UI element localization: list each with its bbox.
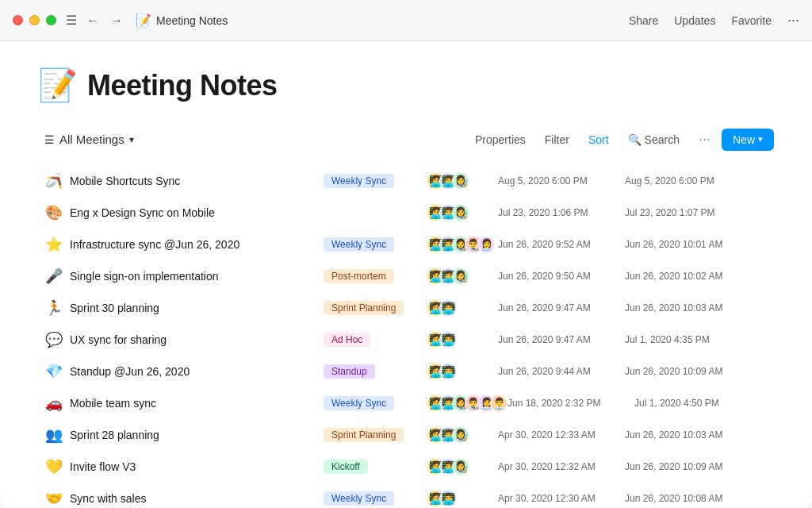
- tag-badge[interactable]: Weekly Sync: [324, 237, 394, 252]
- meeting-tag-container: Weekly Sync: [324, 396, 427, 410]
- meeting-date-created: Apr 30, 2020 12:32 AM: [498, 461, 625, 472]
- meeting-tag-container: Ad Hoc: [324, 333, 427, 347]
- view-selector-button[interactable]: ☰ All Meetings ▾: [38, 128, 140, 151]
- meeting-row[interactable]: 🎨Eng x Design Sync on Mobile👩‍💻👨‍💻👩‍🎨Jul…: [38, 197, 774, 229]
- meeting-list: 🪃Mobile Shortcuts SyncWeekly Sync👩‍💻👨‍💻👩…: [38, 165, 774, 508]
- tag-badge[interactable]: Sprint Planning: [324, 301, 404, 315]
- share-button[interactable]: Share: [629, 14, 658, 27]
- meeting-row[interactable]: 💬UX sync for sharingAd Hoc👩‍💻👨‍💻Jun 26, …: [38, 324, 774, 356]
- filter-button[interactable]: Filter: [537, 129, 577, 151]
- meeting-name: Sprint 28 planning: [70, 429, 324, 441]
- meeting-name: Mobile Shortcuts Sync: [70, 175, 324, 187]
- titlebar: ☰ ← → 📝 Meeting Notes Share Updates Favo…: [0, 0, 812, 41]
- meeting-date-updated: Jun 26, 2020 10:09 AM: [625, 461, 752, 472]
- avatar-stack: 👩‍💻👨‍💻👩‍🎨👨‍🎨👩‍💼👨‍💼: [427, 394, 508, 412]
- more-actions-button[interactable]: ···: [787, 12, 799, 29]
- new-button[interactable]: New ▾: [722, 129, 774, 151]
- nav-buttons: ← →: [83, 12, 126, 29]
- avatar: 👨‍💻: [439, 331, 457, 348]
- meeting-date-created: Jul 23, 2020 1:06 PM: [498, 207, 625, 218]
- tag-badge[interactable]: Standup: [324, 364, 375, 379]
- meeting-row[interactable]: 🪃Mobile Shortcuts SyncWeekly Sync👩‍💻👨‍💻👩…: [38, 165, 774, 197]
- favorite-button[interactable]: Favorite: [731, 14, 772, 27]
- maximize-button[interactable]: [46, 15, 56, 25]
- page-header: 📝 Meeting Notes: [38, 67, 774, 104]
- traffic-lights: [13, 15, 56, 25]
- properties-button[interactable]: Properties: [467, 129, 534, 151]
- back-button[interactable]: ←: [83, 12, 102, 29]
- app-window: ☰ ← → 📝 Meeting Notes Share Updates Favo…: [0, 0, 812, 508]
- forward-button[interactable]: →: [107, 12, 126, 29]
- meeting-tag-container: Standup: [324, 364, 427, 379]
- tag-badge[interactable]: Sprint Planning: [324, 428, 404, 442]
- meeting-date-created: Jun 18, 2020 2:32 PM: [508, 398, 634, 409]
- meeting-row[interactable]: 🚗Mobile team syncWeekly Sync👩‍💻👨‍💻👩‍🎨👨‍🎨…: [38, 387, 774, 419]
- meeting-date-created: Apr 30, 2020 12:33 AM: [498, 429, 625, 441]
- meeting-tag-container: Sprint Planning: [324, 428, 427, 442]
- meeting-name: Single sign-on implementation: [70, 270, 324, 283]
- updates-button[interactable]: Updates: [674, 14, 715, 27]
- meeting-date-updated: Jun 26, 2020 10:03 AM: [625, 429, 752, 441]
- meeting-date-created: Aug 5, 2020 6:00 PM: [498, 175, 625, 187]
- avatar-stack: 👩‍💻👨‍💻: [427, 299, 498, 317]
- meeting-emoji: 🎤: [43, 267, 65, 285]
- meeting-name: Sprint 30 planning: [70, 302, 324, 314]
- meeting-emoji: 💬: [43, 331, 65, 348]
- avatar-stack: 👩‍💻👨‍💻: [427, 331, 498, 348]
- avatar-stack: 👩‍💻👨‍💻👩‍🎨: [427, 458, 498, 475]
- meeting-row[interactable]: 💛Invite flow V3Kickoff👩‍💻👨‍💻👩‍🎨Apr 30, 2…: [38, 451, 774, 483]
- meeting-emoji: 🤝: [43, 490, 65, 507]
- titlebar-actions: Share Updates Favorite ···: [629, 12, 799, 29]
- page-header-emoji: 📝: [38, 67, 78, 104]
- avatar-stack: 👩‍💻👨‍💻👩‍🎨: [427, 426, 498, 444]
- avatar: 👨‍💼: [490, 394, 508, 412]
- content-area: 📝 Meeting Notes ☰ All Meetings ▾ Propert…: [0, 41, 812, 508]
- new-label: New: [733, 133, 755, 146]
- meeting-tag-container: Weekly Sync: [324, 174, 427, 188]
- window-title-emoji: 📝: [136, 13, 151, 28]
- search-icon: 🔍: [628, 133, 642, 146]
- meeting-date-updated: Jun 26, 2020 10:01 AM: [625, 239, 752, 250]
- tag-badge[interactable]: Weekly Sync: [324, 174, 394, 188]
- meeting-emoji: 🎨: [43, 204, 65, 221]
- avatar: 👩‍🎨: [452, 458, 469, 475]
- meeting-date-updated: Jul 1, 2020 4:50 PM: [634, 398, 761, 409]
- meeting-row[interactable]: 🎤Single sign-on implementationPost-morte…: [38, 260, 774, 292]
- meeting-emoji: 🪃: [43, 172, 65, 190]
- avatar: 👩‍🎨: [452, 204, 469, 221]
- meeting-emoji: 💎: [43, 363, 65, 380]
- avatar: 👩‍💼: [477, 236, 495, 253]
- meeting-row[interactable]: 💎Standup @Jun 26, 2020Standup👩‍💻👨‍💻Jun 2…: [38, 356, 774, 387]
- hamburger-icon: ☰: [66, 13, 77, 28]
- view-chevron-icon: ▾: [129, 134, 134, 145]
- tag-badge[interactable]: Weekly Sync: [324, 396, 394, 410]
- more-options-button[interactable]: ···: [691, 126, 718, 152]
- search-label: Search: [645, 133, 680, 146]
- close-button[interactable]: [13, 15, 23, 25]
- meeting-date-updated: Jul 23, 2020 1:07 PM: [625, 207, 752, 218]
- window-title-area: 📝 Meeting Notes: [136, 13, 228, 28]
- tag-badge[interactable]: Ad Hoc: [324, 333, 370, 347]
- new-chevron-icon: ▾: [758, 134, 763, 144]
- meeting-date-created: Jun 26, 2020 9:47 AM: [498, 302, 625, 314]
- meeting-tag-container: Weekly Sync: [324, 237, 427, 252]
- tag-badge[interactable]: Post-mortem: [324, 269, 394, 283]
- meeting-tag-container: Post-mortem: [324, 269, 427, 283]
- meeting-emoji: 👥: [43, 426, 65, 444]
- search-button[interactable]: 🔍 Search: [620, 129, 688, 151]
- meeting-name: Mobile team sync: [70, 397, 324, 410]
- meeting-date-updated: Jun 26, 2020 10:09 AM: [625, 366, 752, 377]
- meeting-name: Invite flow V3: [70, 460, 324, 473]
- meeting-row[interactable]: 🤝Sync with salesWeekly Sync👩‍💻👨‍💻Apr 30,…: [38, 483, 774, 508]
- avatar-stack: 👩‍💻👨‍💻: [427, 363, 498, 380]
- sort-button[interactable]: Sort: [580, 129, 617, 151]
- meeting-row[interactable]: ⭐Infrastructure sync @Jun 26, 2020Weekly…: [38, 229, 774, 260]
- sidebar-toggle-button[interactable]: ☰: [66, 13, 77, 28]
- meeting-row[interactable]: 👥Sprint 28 planningSprint Planning👩‍💻👨‍💻…: [38, 419, 774, 451]
- meeting-row[interactable]: 🏃Sprint 30 planningSprint Planning👩‍💻👨‍💻…: [38, 292, 774, 324]
- avatar-stack: 👩‍💻👨‍💻👩‍🎨👨‍🎨👩‍💼: [427, 236, 498, 253]
- minimize-button[interactable]: [29, 15, 40, 25]
- tag-badge[interactable]: Kickoff: [324, 460, 368, 474]
- tag-badge[interactable]: Weekly Sync: [324, 491, 394, 506]
- avatar: 👩‍🎨: [452, 426, 469, 444]
